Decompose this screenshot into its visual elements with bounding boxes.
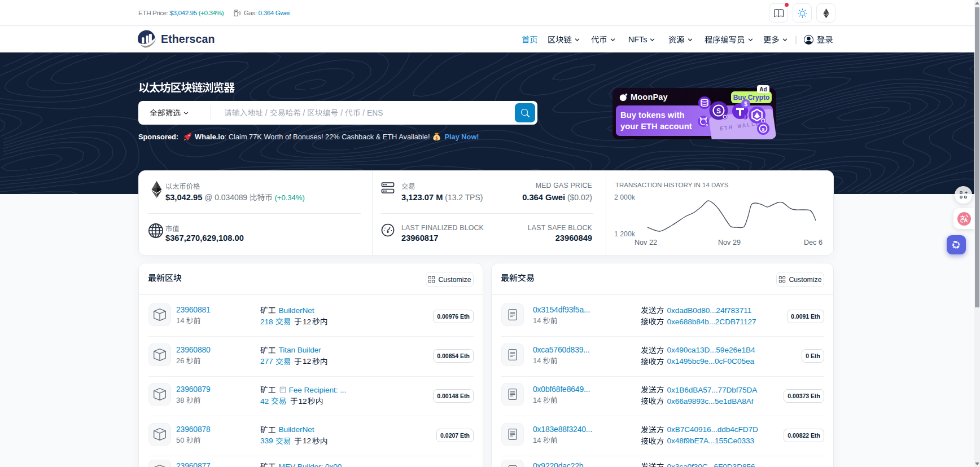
svg-text:$: $ — [744, 101, 747, 107]
svg-text:Nov 29: Nov 29 — [718, 239, 741, 246]
svg-text:Nov 22: Nov 22 — [635, 239, 657, 246]
svg-text:2 000k: 2 000k — [614, 193, 636, 201]
svg-text:S: S — [762, 127, 765, 132]
svg-text:o: o — [706, 123, 708, 127]
svg-text:Dec 6: Dec 6 — [804, 239, 823, 246]
svg-text:1 200k: 1 200k — [614, 230, 636, 238]
svg-text:S: S — [716, 107, 721, 115]
svg-text:2: 2 — [744, 115, 746, 119]
